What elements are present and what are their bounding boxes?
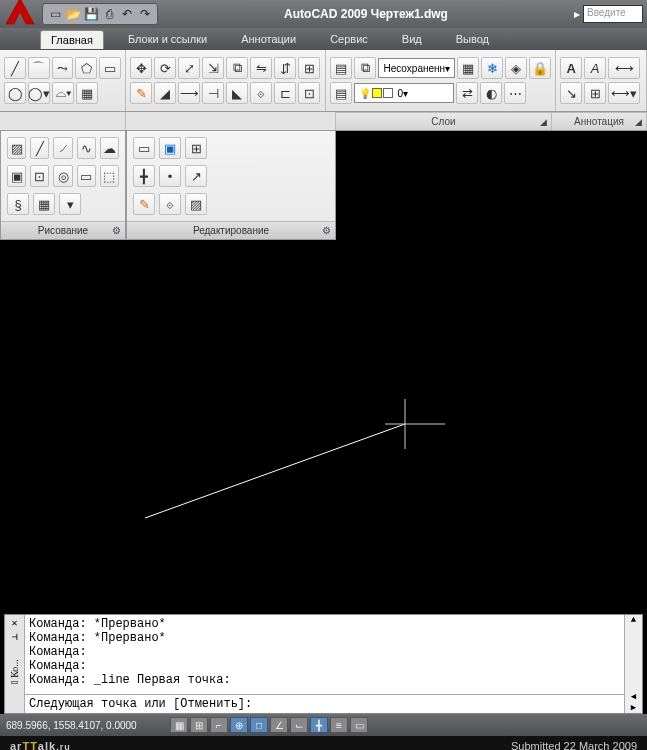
polyline-icon[interactable]: ⤳ xyxy=(52,57,74,79)
spline-icon[interactable]: ∿ xyxy=(77,137,96,159)
panel-title-annotation[interactable]: Аннотация◢ xyxy=(552,112,647,130)
leader-icon[interactable]: ↘ xyxy=(560,82,582,104)
snap-toggle[interactable]: ▦ xyxy=(170,717,188,733)
qat-print-icon[interactable]: ⎙ xyxy=(101,6,117,22)
tab-view[interactable]: Вид xyxy=(392,30,432,48)
grid-toggle[interactable]: ⊞ xyxy=(190,717,208,733)
region-icon[interactable]: ▣ xyxy=(7,165,26,187)
tab-main[interactable]: Главная xyxy=(40,30,104,49)
xline-icon[interactable]: ╱ xyxy=(30,137,49,159)
qat-new-icon[interactable]: ▭ xyxy=(47,6,63,22)
lengthen-icon[interactable]: • xyxy=(159,165,181,187)
boundary-icon[interactable]: ⊡ xyxy=(30,165,49,187)
layer-state-combo[interactable]: Несохраненн▾ xyxy=(378,58,455,78)
polar-toggle[interactable]: ⊕ xyxy=(230,717,248,733)
text-icon[interactable]: A xyxy=(560,57,582,79)
ray-icon[interactable]: ⟋ xyxy=(53,137,72,159)
dim-dd-icon[interactable]: ⟷▾ xyxy=(608,82,640,104)
dyn-toggle[interactable]: ╋ xyxy=(310,717,328,733)
qat-undo-icon[interactable]: ↶ xyxy=(119,6,135,22)
scale-icon[interactable]: ⤢ xyxy=(178,57,200,79)
panel-title-edit[interactable]: Редактирование⚙ xyxy=(127,221,335,239)
layer-freeze-icon[interactable]: ❄ xyxy=(481,57,503,79)
layer-match-icon[interactable]: ⇄ xyxy=(456,82,478,104)
offset-icon[interactable]: ⟐ xyxy=(250,82,272,104)
mtext-icon[interactable]: A xyxy=(584,57,606,79)
measure-icon[interactable]: ↗ xyxy=(185,165,207,187)
qp-toggle[interactable]: ▭ xyxy=(350,717,368,733)
stretch-icon[interactable]: ⇲ xyxy=(202,57,224,79)
extend-icon[interactable]: ⟶ xyxy=(178,82,200,104)
osnap-toggle[interactable]: □ xyxy=(250,717,268,733)
command-palette-side[interactable]: ✕ ⊣ Ко... ▭ xyxy=(5,615,25,713)
3dpoly-icon[interactable]: ⬚ xyxy=(100,165,119,187)
line-icon[interactable]: ╱ xyxy=(4,57,26,79)
otrack-toggle[interactable]: ∠ xyxy=(270,717,288,733)
fillet-icon[interactable]: ◢ xyxy=(154,82,176,104)
tab-blocks[interactable]: Блоки и ссылки xyxy=(118,30,217,48)
scroll-left-icon[interactable]: ◀ xyxy=(631,691,636,702)
qat-open-icon[interactable]: 📂 xyxy=(65,6,81,22)
table-icon[interactable]: ⊞ xyxy=(584,82,606,104)
command-scrollbar[interactable]: ▲ ◀ ▶ xyxy=(624,615,642,713)
splinedit-icon[interactable]: ⟐ xyxy=(159,193,181,215)
layer-off-icon[interactable]: ◈ xyxy=(505,57,527,79)
tab-annotations[interactable]: Аннотации xyxy=(231,30,306,48)
arc-dd-icon[interactable]: ⌓▾ xyxy=(52,82,74,104)
array-icon[interactable]: ⊞ xyxy=(298,57,320,79)
break-icon[interactable]: ⊣ xyxy=(202,82,224,104)
dim-linear-icon[interactable]: ⟷ xyxy=(608,57,640,79)
layer-prev-icon[interactable]: ◐ xyxy=(480,82,502,104)
explode-icon[interactable]: ⊡ xyxy=(298,82,320,104)
revcloud-icon[interactable]: ☁ xyxy=(100,137,119,159)
group-icon[interactable]: ⊞ xyxy=(185,137,207,159)
qselect-icon[interactable]: ▣ xyxy=(159,137,181,159)
wipeout-icon[interactable]: ▭ xyxy=(77,165,96,187)
layer-manager-icon[interactable]: ▤ xyxy=(330,82,352,104)
ortho-toggle[interactable]: ⌐ xyxy=(210,717,228,733)
trim-icon[interactable]: ✎ xyxy=(130,82,152,104)
rotate-icon[interactable]: ⟳ xyxy=(154,57,176,79)
arc-icon[interactable]: ⌒ xyxy=(28,57,50,79)
layer-more-icon[interactable]: ⋯ xyxy=(504,82,526,104)
hatch-icon[interactable]: ▦ xyxy=(76,82,98,104)
align-icon[interactable]: ╋ xyxy=(133,165,155,187)
join-icon[interactable]: ⊏ xyxy=(274,82,296,104)
mirror-icon[interactable]: ⇋ xyxy=(250,57,272,79)
rect-icon[interactable]: ▭ xyxy=(99,57,121,79)
helix-icon[interactable]: § xyxy=(7,193,29,215)
dock-icon[interactable]: ⊣ xyxy=(11,631,17,643)
gradient-icon[interactable]: ▦ xyxy=(33,193,55,215)
chamfer-icon[interactable]: ◣ xyxy=(226,82,248,104)
panel-title-layers[interactable]: Слои◢ xyxy=(336,112,552,130)
close-icon[interactable]: ✕ xyxy=(11,617,17,629)
copy-icon[interactable]: ⧉ xyxy=(226,57,248,79)
layer-iso-icon[interactable]: ▦ xyxy=(457,57,479,79)
qat-save-icon[interactable]: 💾 xyxy=(83,6,99,22)
ducs-toggle[interactable]: ⌙ xyxy=(290,717,308,733)
search-input[interactable]: Введите xyxy=(583,5,643,23)
panel-title-draw[interactable]: Рисование⚙ xyxy=(1,221,125,239)
layer-props-icon[interactable]: ▤ xyxy=(330,57,352,79)
command-input[interactable]: Следующая точка или [Отменить]: xyxy=(25,694,624,713)
circle-icon[interactable]: ◯ xyxy=(4,82,26,104)
hatchedit-icon[interactable]: ▨ xyxy=(185,193,207,215)
scroll-up-icon[interactable]: ▲ xyxy=(631,615,636,625)
point-icon[interactable]: ▾ xyxy=(59,193,81,215)
move-icon[interactable]: ✥ xyxy=(130,57,152,79)
tab-output[interactable]: Вывод xyxy=(446,30,499,48)
pedit-icon[interactable]: ✎ xyxy=(133,193,155,215)
layer-states-icon[interactable]: ⧉ xyxy=(354,57,376,79)
app-logo[interactable] xyxy=(2,0,38,30)
mirror2-icon[interactable]: ⇵ xyxy=(274,57,296,79)
lwt-toggle[interactable]: ≡ xyxy=(330,717,348,733)
tab-service[interactable]: Сервис xyxy=(320,30,378,48)
scroll-right-icon[interactable]: ▶ xyxy=(631,702,636,713)
ellipse-dd-icon[interactable]: ◯▾ xyxy=(28,82,50,104)
layer-lock-icon[interactable]: 🔒 xyxy=(529,57,551,79)
polygon-icon[interactable]: ⬠ xyxy=(75,57,97,79)
layer-current-combo[interactable]: 💡 0▾ xyxy=(354,83,454,103)
qat-redo-icon[interactable]: ↷ xyxy=(137,6,153,22)
gear-icon[interactable]: ⚙ xyxy=(112,225,121,236)
hatch2-icon[interactable]: ▨ xyxy=(7,137,26,159)
